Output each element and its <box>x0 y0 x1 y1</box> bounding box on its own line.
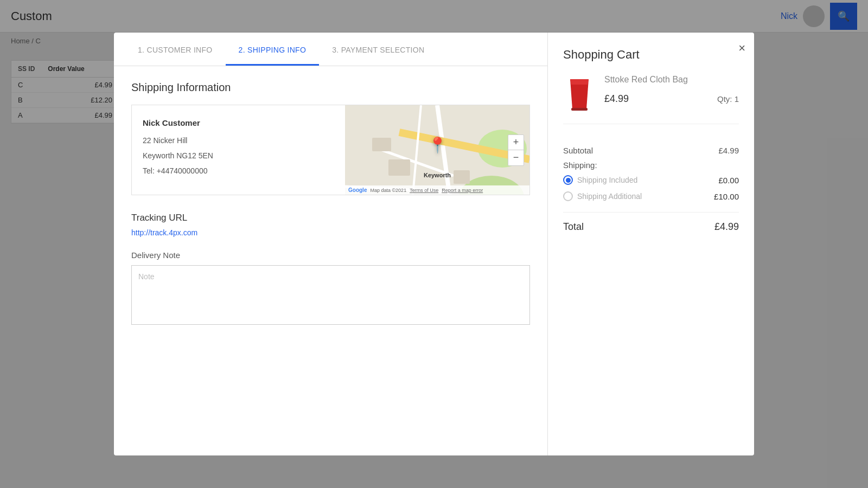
report-error-link[interactable]: Report a map error <box>442 188 483 193</box>
delivery-note-label: Delivery Note <box>131 251 530 260</box>
checkout-modal: × 1. CUSTOMER INFO 2. SHIPPING INFO 3. P… <box>114 33 754 455</box>
cart-item: Sttoke Red Cloth Bag £4.99 Qty: 1 <box>563 75 739 124</box>
item-price-row: £4.99 Qty: 1 <box>604 93 739 105</box>
close-icon: × <box>738 41 745 55</box>
tracking-url-link[interactable]: http://track.4px.com <box>131 228 197 237</box>
map-attribution: Map data ©2021 <box>370 188 406 193</box>
map-city-label: Keyworth <box>424 172 451 178</box>
map-container: 📍 + − Keyworth <box>345 105 529 195</box>
tracking-label: Tracking URL <box>131 213 530 223</box>
map-controls: + − <box>508 134 524 166</box>
address-line-2: Keyworth NG12 5EN <box>143 151 334 160</box>
item-details: Sttoke Red Cloth Bag £4.99 Qty: 1 <box>604 75 739 105</box>
map-zoom-out[interactable]: − <box>508 150 524 165</box>
subtotal-value: £4.99 <box>718 146 739 155</box>
modal-left-panel: 1. CUSTOMER INFO 2. SHIPPING INFO 3. PAY… <box>114 33 548 455</box>
shipping-info-box: Nick Customer 22 Nicker Hill Keyworth NG… <box>131 105 530 195</box>
customer-name: Nick Customer <box>143 118 334 127</box>
svg-marker-12 <box>570 79 589 85</box>
terms-of-use-link[interactable]: Terms of Use <box>410 188 438 193</box>
item-image <box>563 75 596 113</box>
shipping-included-left: Shipping Included <box>563 175 637 185</box>
checkout-tabs: 1. CUSTOMER INFO 2. SHIPPING INFO 3. PAY… <box>114 33 547 66</box>
plus-icon: + <box>513 137 519 148</box>
shipping-included-label: Shipping Included <box>577 176 637 184</box>
telephone: Tel: +44740000000 <box>143 166 334 175</box>
note-textarea[interactable] <box>131 265 530 325</box>
shipping-label-row: Shipping: <box>563 160 739 170</box>
radio-additional[interactable] <box>563 191 573 201</box>
shipping-option-included: Shipping Included £0.00 <box>563 175 739 185</box>
totals-section: Subtotal £4.99 Shipping: Shipping Incl <box>563 146 739 238</box>
shipping-additional-label: Shipping Additional <box>577 192 642 201</box>
close-button[interactable]: × <box>738 41 745 55</box>
map-footer: Google Map data ©2021 Terms of Use Repor… <box>345 185 529 195</box>
modal-overlay: × 1. CUSTOMER INFO 2. SHIPPING INFO 3. P… <box>0 0 868 488</box>
shipping-additional-price: £10.00 <box>714 192 739 201</box>
shipping-info-title: Shipping Information <box>131 81 530 94</box>
total-value: £4.99 <box>714 221 739 233</box>
total-row: Total £4.99 <box>563 212 739 233</box>
shipping-option-additional: Shipping Additional £10.00 <box>563 191 739 201</box>
map-zoom-in[interactable]: + <box>508 135 524 150</box>
item-price: £4.99 <box>604 93 629 105</box>
shipping-included-price: £0.00 <box>718 176 739 185</box>
svg-rect-13 <box>571 108 588 111</box>
shipping-options: Shipping Included £0.00 Shipping Additio… <box>563 175 739 201</box>
address-line-1: 22 Nicker Hill <box>143 136 334 145</box>
tracking-section: Tracking URL http://track.4px.com <box>131 213 530 237</box>
minus-icon: − <box>513 152 519 163</box>
tab-payment-selection[interactable]: 3. PAYMENT SELECTION <box>319 33 437 66</box>
shipping-label: Shipping: <box>563 160 597 170</box>
modal-right-panel: Shopping Cart Sttoke Red Cloth Bag £4.99 <box>548 33 754 455</box>
total-label: Total <box>563 221 584 233</box>
map-background: 📍 + − Keyworth <box>345 105 529 195</box>
shipping-additional-left: Shipping Additional <box>563 191 642 201</box>
subtotal-row: Subtotal £4.99 <box>563 146 739 155</box>
cart-title: Shopping Cart <box>563 48 739 62</box>
map-pin: 📍 <box>428 136 447 153</box>
left-content: Shipping Information Nick Customer 22 Ni… <box>114 66 547 455</box>
radio-inner-dot <box>566 178 571 183</box>
tab-shipping-info[interactable]: 2. SHIPPING INFO <box>226 33 320 66</box>
svg-rect-8 <box>388 159 410 176</box>
tab-customer-info[interactable]: 1. CUSTOMER INFO <box>125 33 226 66</box>
shipping-address: Nick Customer 22 Nicker Hill Keyworth NG… <box>132 105 345 195</box>
svg-rect-10 <box>454 170 470 184</box>
delivery-section: Delivery Note <box>131 251 530 327</box>
subtotal-label: Subtotal <box>563 146 593 155</box>
item-qty: Qty: 1 <box>717 94 739 104</box>
google-logo: Google <box>348 187 367 193</box>
radio-included[interactable] <box>563 175 573 185</box>
item-name: Sttoke Red Cloth Bag <box>604 75 739 85</box>
svg-rect-9 <box>372 138 391 151</box>
red-cup-svg <box>566 76 593 112</box>
